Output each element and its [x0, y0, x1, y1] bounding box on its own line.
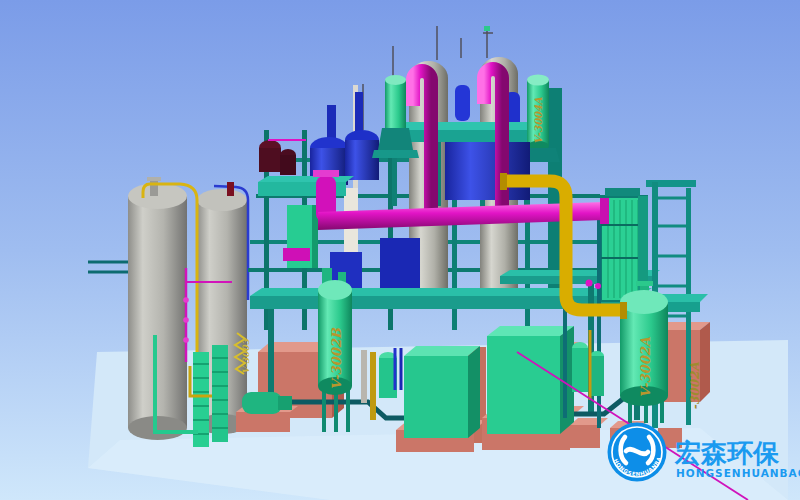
- brand-name-en: HONGSENHUANBAO: [676, 467, 800, 479]
- green-box-left: [404, 346, 480, 438]
- storage-tank-1: [128, 177, 187, 440]
- tag-v3002b: V-3002B: [329, 327, 344, 390]
- tag-v3004a: V-3004A: [533, 96, 544, 144]
- tag-3002a-pipe: -3002A: [688, 362, 702, 410]
- plant-render-viewport: V-3004A V-3003 V-3002B V-3002A -3002A HO…: [0, 0, 800, 500]
- tag-v3003: V-3003: [241, 338, 251, 374]
- brand-name-cn: 宏森环保: [674, 438, 780, 468]
- plant-3d-scene: V-3004A V-3003 V-3002B V-3002A -3002A HO…: [0, 0, 800, 500]
- tag-v3002a: V-3002A: [638, 336, 653, 398]
